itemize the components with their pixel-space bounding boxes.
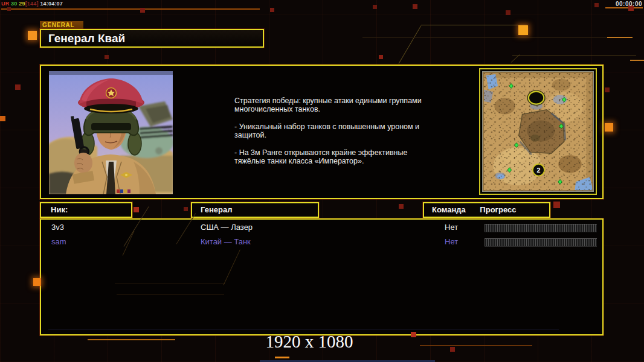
column-header-team-progress: Команда Прогресс [423, 202, 550, 218]
circuit-square [373, 5, 377, 9]
circuit-square [450, 347, 455, 352]
circuit-square [553, 202, 560, 208]
general-title-box: Генерал Квай [40, 29, 264, 48]
circuit-square [134, 207, 139, 212]
column-header-nick: Ник: [40, 202, 132, 218]
circuit-square [140, 8, 145, 13]
player-nick: sam [51, 237, 66, 246]
debug-bracket: [144] [25, 1, 39, 7]
start-marker-2: 2 [533, 164, 544, 176]
circuit-square [411, 332, 416, 337]
circuit-line [399, 25, 422, 63]
circuit-line [275, 357, 289, 358]
circuit-line [1, 8, 260, 10]
player-nick: 3v3 [51, 223, 64, 232]
debug-fps: 30 [11, 1, 17, 7]
circuit-square [379, 55, 383, 59]
circuit-line [88, 339, 175, 340]
general-name: Генерал Квай [48, 32, 125, 45]
circuit-square [7, 7, 11, 11]
column-header-general: Генерал [191, 202, 319, 218]
circuit-line [117, 294, 224, 295]
description-paragraph: Стратегия победы: крупные атаки едиными … [234, 97, 436, 113]
description-paragraph: - На 3м Ранге открываются крайне эффекти… [234, 148, 436, 165]
minimap-image: 2 [482, 71, 594, 192]
minimap: 2 [479, 68, 597, 195]
tab-general: GENERAL [40, 21, 83, 30]
circuit-square [33, 278, 41, 286]
progress-bar [485, 224, 597, 232]
game-screen: UR 30 29[144] 14:04:07 00:00:00 GENERAL … [0, 0, 644, 362]
circuit-square [605, 123, 613, 132]
circuit-line [420, 345, 532, 346]
circuit-square [605, 87, 610, 92]
players-panel: 3v3 США — Лазер Нет sam Китай — Танк Нет [40, 218, 604, 335]
circuit-square [506, 10, 510, 15]
circuit-line [512, 56, 636, 56]
circuit-line [48, 329, 559, 329]
general-portrait-image [49, 71, 173, 194]
general-info-panel: Стратегия победы: крупные атаки едиными … [40, 65, 604, 199]
circuit-line [362, 37, 622, 38]
circuit-line [630, 60, 644, 61]
circuit-line [605, 7, 643, 8]
circuit-square [105, 55, 109, 59]
circuit-square [518, 25, 528, 35]
progress-bar [485, 238, 597, 247]
circuit-square [15, 84, 21, 90]
circuit-line [115, 284, 225, 284]
player-team: Нет [445, 223, 458, 232]
player-row-1: 3v3 США — Лазер Нет [41, 221, 602, 235]
player-general: США — Лазер [201, 223, 253, 232]
circuit-line [607, 37, 633, 38]
circuit-square [594, 3, 599, 7]
match-timer: 00:00:00 [616, 1, 642, 7]
circuit-square [28, 31, 37, 40]
description-paragraph: - Уникальный набор танков с повышенным у… [234, 122, 436, 139]
circuit-square [413, 4, 417, 9]
resolution-watermark: 1920 x 1080 [213, 332, 406, 352]
player-general: Китай — Танк [201, 237, 251, 246]
debug-net: UR [1, 1, 9, 7]
gentool-debug-info: UR 30 29[144] 14:04:07 [1, 1, 63, 7]
header-label: Ник: [51, 205, 68, 214]
player-team: Нет [445, 237, 458, 246]
debug-ping: 29 [19, 1, 25, 7]
general-description: Стратегия победы: крупные атаки едиными … [234, 97, 436, 174]
header-label-team: Команда [432, 205, 466, 214]
circuit-square [184, 207, 188, 211]
circuit-square [0, 116, 5, 121]
header-label-progress: Прогресс [480, 205, 516, 214]
circuit-square [270, 8, 274, 12]
circuit-square [399, 204, 404, 209]
debug-time: 14:04:07 [40, 1, 63, 7]
svg-text:2: 2 [537, 167, 541, 174]
circuit-line [421, 25, 527, 25]
header-label: Генерал [201, 205, 232, 214]
